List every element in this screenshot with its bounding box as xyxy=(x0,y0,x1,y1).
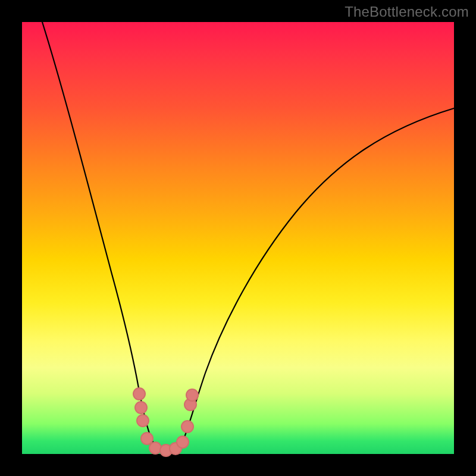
svg-point-7 xyxy=(142,433,152,444)
marker-dots xyxy=(133,387,199,457)
svg-point-3 xyxy=(136,402,146,413)
svg-point-1 xyxy=(134,389,145,399)
plot-area xyxy=(22,22,454,454)
svg-point-15 xyxy=(177,437,188,447)
outer-frame: TheBottleneck.com xyxy=(0,0,476,476)
svg-point-21 xyxy=(187,390,198,400)
bottleneck-curve xyxy=(42,22,454,453)
svg-point-5 xyxy=(137,415,148,426)
chart-svg xyxy=(22,22,454,454)
svg-point-9 xyxy=(150,443,161,453)
svg-point-17 xyxy=(182,421,193,432)
watermark-text: TheBottleneck.com xyxy=(345,4,469,20)
